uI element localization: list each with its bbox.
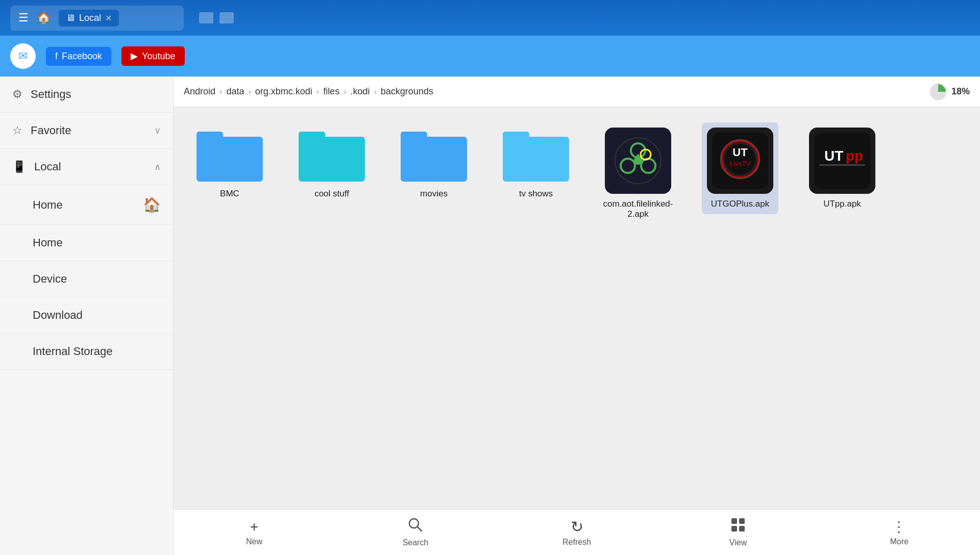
sidebar-label-internal: Internal Storage: [12, 345, 161, 358]
sidebar-label-home1: Home: [12, 198, 135, 212]
view-icon: [730, 517, 746, 536]
svg-rect-33: [739, 526, 745, 532]
apk-utpp[interactable]: UT pp UTpp.apk: [801, 122, 883, 224]
folder-tv-shows[interactable]: tv shows: [495, 122, 577, 224]
folder-tv-shows-icon: [503, 128, 569, 184]
sidebar: ⚙ Settings ☆ Favorite ∨ 📱 Local ∧ Home 🏠…: [0, 77, 174, 555]
local-tab[interactable]: 🖥 Local ✕: [59, 10, 119, 27]
sidebar-label-download: Download: [12, 309, 161, 322]
sidebar-label-device: Device: [12, 272, 161, 286]
svg-rect-2: [197, 132, 223, 142]
breadcrumb-android[interactable]: Android: [184, 86, 215, 97]
apk-filelinked[interactable]: com.aot.filelinked-2.apk: [597, 122, 679, 224]
search-label: Search: [403, 538, 429, 547]
toolbar-view-button[interactable]: View: [707, 517, 769, 547]
breadcrumb-kodi[interactable]: org.xbmc.kodi: [255, 86, 312, 97]
toolbar-refresh-button[interactable]: ↻ Refresh: [546, 518, 607, 547]
sep5: ›: [374, 87, 377, 96]
breadcrumb-dot-kodi[interactable]: .kodi: [350, 86, 370, 97]
svg-text:LiveTV: LiveTV: [730, 160, 751, 167]
svg-rect-4: [299, 132, 325, 142]
view-label: View: [729, 538, 747, 547]
svg-rect-3: [299, 137, 365, 182]
storage-indicator: 18%: [929, 83, 970, 101]
settings-icon: ⚙: [12, 88, 22, 101]
top-bar: ☰ 🏠 🖥 Local ✕: [0, 0, 980, 36]
sidebar-label-local: Local: [34, 160, 146, 173]
apk-utpp-icon: UT pp: [809, 128, 875, 194]
home1-icon: 🏠: [143, 196, 161, 213]
more-label: More: [890, 537, 909, 546]
file-area: Android › data › org.xbmc.kodi › files ›…: [174, 77, 980, 555]
folder-cool-stuff-name: cool stuff: [314, 189, 349, 199]
toolbar-search-button[interactable]: Search: [385, 517, 446, 547]
svg-text:UT: UT: [824, 148, 843, 164]
folder-cool-stuff[interactable]: cool stuff: [291, 122, 373, 224]
svg-text:pp: pp: [846, 148, 863, 164]
file-grid: BMC cool stuff: [174, 107, 980, 509]
breadcrumb-files[interactable]: files: [323, 86, 339, 97]
folder-tv-shows-name: tv shows: [519, 189, 553, 199]
svg-rect-27: [819, 164, 865, 166]
svg-rect-6: [401, 132, 427, 142]
folder-tv-shows-wrapper: tv shows: [498, 122, 574, 204]
svg-rect-8: [503, 132, 529, 142]
apk-filelinked-name: com.aot.filelinked-2.apk: [602, 199, 674, 219]
mail-icon[interactable]: ✉: [10, 43, 36, 69]
apk-utgoplus-name: UTGOPlus.apk: [711, 199, 769, 209]
breadcrumb-backgrounds[interactable]: backgrounds: [381, 86, 433, 97]
breadcrumb-data[interactable]: data: [226, 86, 244, 97]
sep3: ›: [316, 87, 319, 96]
folder-movies[interactable]: movies: [393, 122, 475, 224]
folder-bmc-name: BMC: [220, 189, 239, 199]
refresh-icon: ↻: [571, 518, 583, 536]
apk-utpp-name: UTpp.apk: [823, 199, 861, 209]
facebook-label: Facebook: [62, 51, 102, 62]
storage-pie-icon: [929, 83, 947, 101]
sidebar-item-download[interactable]: Download: [0, 297, 173, 334]
sidebar-item-local[interactable]: 📱 Local ∧: [0, 149, 173, 185]
sidebar-item-favorite[interactable]: ☆ Favorite ∨: [0, 113, 173, 149]
toolbar-new-button[interactable]: + New: [224, 519, 285, 546]
sep1: ›: [219, 87, 222, 96]
toolbar-more-button[interactable]: ⋮ More: [869, 518, 930, 546]
apk-filelinked-wrapper: com.aot.filelinked-2.apk: [597, 122, 679, 224]
svg-rect-7: [503, 137, 569, 182]
folder-cool-stuff-wrapper: cool stuff: [293, 122, 370, 204]
local-chevron: ∧: [154, 161, 161, 172]
folder-cool-stuff-icon: [299, 128, 365, 184]
sep4: ›: [344, 87, 346, 96]
tab-close-icon[interactable]: ✕: [105, 13, 112, 23]
sidebar-item-internal-storage[interactable]: Internal Storage: [0, 334, 173, 370]
sidebar-item-device[interactable]: Device: [0, 261, 173, 297]
svg-text:UT: UT: [732, 146, 748, 159]
top-icon-2: [219, 12, 234, 23]
new-label: New: [246, 537, 262, 546]
facebook-button[interactable]: f Facebook: [46, 47, 111, 66]
storage-percent: 18%: [951, 86, 970, 97]
hamburger-icon[interactable]: ☰: [18, 11, 29, 24]
sep2: ›: [248, 87, 251, 96]
sidebar-label-favorite: Favorite: [31, 124, 146, 137]
apk-utpp-wrapper: UT pp UTpp.apk: [804, 122, 880, 214]
home-icon[interactable]: 🏠: [37, 11, 51, 24]
sidebar-item-home1[interactable]: Home 🏠: [0, 185, 173, 225]
apk-utgoplus[interactable]: UT LiveTV UTGOPlus.apk: [699, 122, 781, 224]
breadcrumb: Android › data › org.xbmc.kodi › files ›…: [174, 77, 980, 107]
apk-utgo-icon: UT LiveTV: [707, 128, 773, 194]
tab-icon: 🖥: [66, 13, 75, 23]
youtube-button[interactable]: ▶ Youtube: [121, 46, 184, 66]
folder-bmc[interactable]: BMC: [189, 122, 271, 224]
search-icon: [408, 517, 423, 536]
sidebar-label-home2: Home: [12, 236, 161, 249]
youtube-label: Youtube: [142, 51, 175, 62]
more-icon: ⋮: [892, 518, 907, 535]
sidebar-item-settings[interactable]: ⚙ Settings: [0, 77, 173, 113]
svg-line-29: [418, 527, 422, 531]
favorite-chevron: ∨: [154, 125, 161, 136]
sidebar-label-settings: Settings: [31, 88, 161, 101]
refresh-label: Refresh: [562, 538, 591, 547]
svg-rect-30: [731, 518, 737, 524]
sidebar-item-home2[interactable]: Home: [0, 225, 173, 261]
folder-bmc-icon: [197, 128, 263, 184]
